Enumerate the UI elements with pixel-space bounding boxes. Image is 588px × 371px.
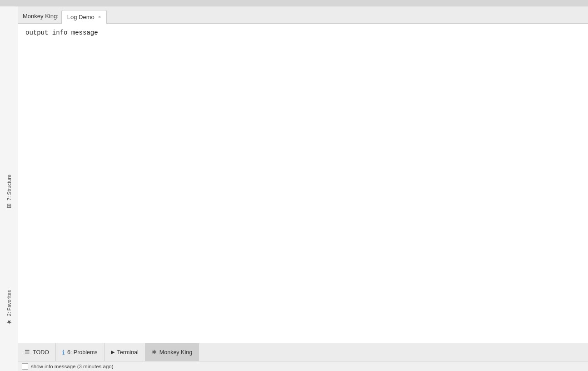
log-content: output info message bbox=[18, 24, 588, 343]
todo-tab-label: TODO bbox=[33, 349, 49, 356]
problems-tab[interactable]: ℹ 6: Problems bbox=[56, 343, 105, 361]
tab-bar: Monkey King: Log Demo × bbox=[18, 6, 588, 24]
tab-prefix: Monkey King: bbox=[23, 13, 61, 23]
log-demo-tab-label: Log Demo bbox=[67, 14, 95, 20]
log-line-1: output info message bbox=[25, 29, 581, 36]
monkey-king-tab[interactable]: ✱ Monkey King bbox=[145, 343, 199, 361]
todo-icon: ☰ bbox=[25, 349, 30, 356]
todo-tab[interactable]: ☰ TODO bbox=[18, 343, 56, 361]
monkey-king-tab-label: Monkey King bbox=[159, 349, 192, 356]
structure-tab-label: 7: Structure bbox=[6, 175, 12, 201]
bottom-toolbar: ☰ TODO ℹ 6: Problems ▶ Terminal ✱ Monkey… bbox=[18, 343, 588, 361]
close-icon[interactable]: × bbox=[98, 15, 101, 20]
status-message: show info message (3 minutes ago) bbox=[31, 364, 114, 369]
log-demo-tab[interactable]: Log Demo × bbox=[61, 10, 107, 24]
favorites-icon: ★ bbox=[5, 319, 12, 326]
terminal-tab-label: Terminal bbox=[117, 349, 139, 356]
monkey-king-icon: ✱ bbox=[152, 349, 157, 356]
main-area: ⊞ 7: Structure ★ 2: Favorites Monkey Kin… bbox=[0, 6, 588, 371]
favorites-tab[interactable]: ★ 2: Favorites bbox=[3, 286, 15, 330]
structure-icon: ⊞ bbox=[5, 203, 12, 208]
top-bar bbox=[0, 0, 588, 6]
problems-tab-label: 6: Problems bbox=[67, 349, 98, 356]
terminal-icon: ▶ bbox=[111, 349, 115, 355]
structure-tab[interactable]: ⊞ 7: Structure bbox=[3, 170, 15, 213]
favorites-tab-label: 2: Favorites bbox=[6, 290, 12, 316]
status-checkbox[interactable] bbox=[22, 363, 28, 370]
terminal-tab[interactable]: ▶ Terminal bbox=[105, 343, 145, 361]
left-panel: ⊞ 7: Structure ★ 2: Favorites bbox=[0, 6, 18, 371]
status-bar: show info message (3 minutes ago) bbox=[18, 361, 588, 371]
center-content: Monkey King: Log Demo × output info mess… bbox=[18, 6, 588, 371]
problems-icon: ℹ bbox=[62, 349, 65, 356]
